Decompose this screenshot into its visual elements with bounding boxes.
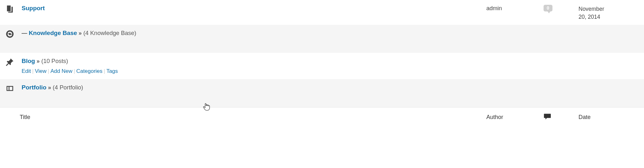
- row-count: (4 Portfolio): [51, 84, 83, 91]
- row-date: [579, 29, 642, 30]
- row-author: [486, 57, 544, 58]
- comment-icon: [544, 115, 551, 122]
- comment-count-badge[interactable]: 0: [544, 5, 552, 11]
- action-categories[interactable]: Categories: [76, 68, 102, 74]
- col-date[interactable]: Date: [579, 114, 642, 121]
- row-comments-cell: [544, 29, 579, 29]
- row-title-link[interactable]: Portfolio: [22, 84, 46, 91]
- row-date-line2: 20, 2014: [579, 14, 600, 20]
- row-title-link[interactable]: Blog: [22, 58, 35, 64]
- table-row: — Knowledge Base » (4 Knowledge Base): [0, 25, 644, 53]
- action-tags[interactable]: Tags: [106, 68, 118, 74]
- row-count: (10 Posts): [40, 58, 68, 64]
- row-icon-cell: [0, 57, 20, 68]
- pin-icon: [6, 58, 14, 68]
- row-comments-cell: 0: [544, 4, 579, 11]
- table-footer: Title Author Date: [0, 107, 644, 127]
- row-title-link[interactable]: Support: [22, 5, 45, 11]
- row-title-cell: Support: [20, 4, 486, 13]
- row-date: [579, 83, 642, 84]
- row-title-cell: Portfolio » (4 Portfolio): [20, 83, 486, 92]
- row-icon-cell: [0, 83, 20, 94]
- row-author: [486, 83, 544, 84]
- row-comments-cell: [544, 57, 579, 57]
- row-author: [486, 29, 544, 30]
- row-count: (4 Knowledge Base): [82, 30, 136, 36]
- col-comments[interactable]: [544, 113, 579, 122]
- row-icon-cell: [0, 4, 20, 15]
- row-icon-cell: [0, 29, 20, 40]
- row-arrow: »: [77, 30, 82, 36]
- action-view[interactable]: View: [35, 68, 47, 74]
- table-row: Portfolio » (4 Portfolio): [0, 79, 644, 107]
- row-actions: Edit|View|Add New|Categories|Tags: [22, 67, 486, 75]
- action-add-new[interactable]: Add New: [51, 68, 72, 74]
- col-title[interactable]: Title: [20, 114, 486, 121]
- portfolio-icon: [6, 84, 14, 94]
- row-date: November 20, 2014: [579, 4, 642, 21]
- row-prefix: —: [22, 30, 29, 36]
- row-arrow: »: [46, 84, 51, 91]
- action-edit[interactable]: Edit: [22, 68, 31, 74]
- row-title-cell: Blog » (10 Posts) Edit|View|Add New|Cate…: [20, 57, 486, 75]
- help-icon: [6, 30, 14, 40]
- row-date-line1: November: [579, 6, 604, 12]
- row-date: [579, 57, 642, 58]
- row-arrow: »: [35, 58, 40, 64]
- row-title-link[interactable]: Knowledge Base: [29, 30, 77, 36]
- row-author: admin: [486, 4, 544, 12]
- row-title-cell: — Knowledge Base » (4 Knowledge Base): [20, 29, 486, 38]
- pages-icon: [6, 5, 14, 15]
- table-row: Support admin 0 November 20, 2014: [0, 0, 644, 25]
- row-comments-cell: [544, 83, 579, 84]
- table-row: Blog » (10 Posts) Edit|View|Add New|Cate…: [0, 53, 644, 79]
- col-author[interactable]: Author: [486, 114, 544, 121]
